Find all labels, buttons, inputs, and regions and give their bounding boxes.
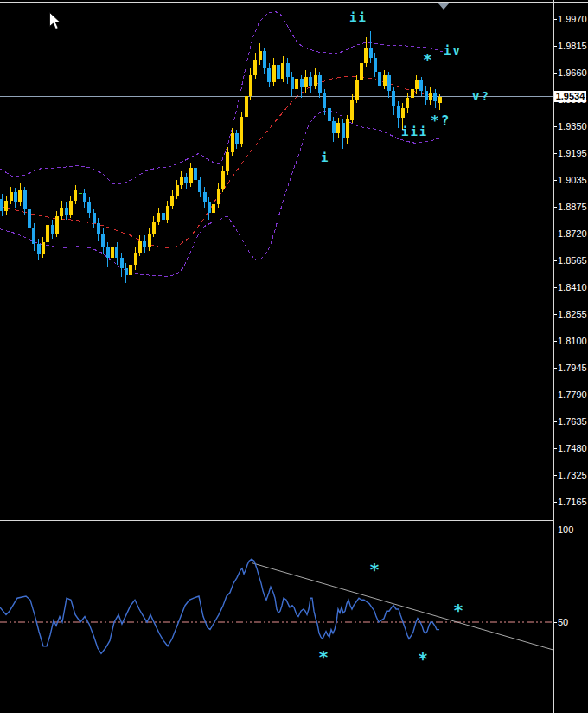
- candle: [55, 211, 59, 237]
- candle: [406, 93, 409, 113]
- price-axis-label: 1.7635: [558, 416, 587, 427]
- price-axis-label: 1.9970: [558, 14, 587, 24]
- chart-window: iiiv*v?*?iiii **** 1.99701.98151.96601.9…: [0, 0, 588, 713]
- candle: [157, 208, 160, 225]
- moving-average-line: [0, 77, 443, 248]
- candle: [51, 220, 54, 239]
- candle: [14, 188, 17, 208]
- candle: [259, 43, 262, 65]
- price-axis-label: 1.8875: [558, 202, 587, 212]
- candle: [115, 242, 118, 265]
- wave-label-[interactable]: *: [423, 50, 434, 68]
- wave-label-iii[interactable]: iii: [401, 125, 428, 138]
- panel-separator-bottom[interactable]: [0, 524, 553, 524]
- candle: [226, 147, 229, 175]
- candle: [83, 189, 86, 208]
- candle: [221, 166, 225, 192]
- candle: [253, 53, 257, 79]
- candle: [217, 183, 220, 208]
- wave-label-iv[interactable]: iv: [444, 43, 462, 57]
- candle: [332, 117, 336, 143]
- candle: [170, 190, 174, 209]
- candle: [162, 209, 165, 225]
- chart-shift-marker-icon[interactable]: [438, 3, 450, 10]
- candle: [364, 37, 368, 67]
- rsi-indicator-panel[interactable]: [0, 524, 553, 713]
- candle: [277, 60, 280, 84]
- candle: [10, 187, 13, 204]
- candle: [411, 84, 414, 103]
- candle: [46, 220, 49, 246]
- candle: [378, 67, 381, 93]
- candle: [350, 94, 354, 124]
- candle: [392, 87, 395, 115]
- wave-label-i[interactable]: i: [321, 151, 329, 164]
- price-axis-label: 1.7945: [558, 363, 587, 373]
- rsi-star-marker[interactable]: *: [369, 561, 380, 578]
- candle: [281, 56, 284, 82]
- candle: [360, 56, 363, 84]
- candle: [180, 171, 183, 189]
- candle: [32, 223, 35, 251]
- price-axis-border: [553, 0, 554, 713]
- candle: [0, 194, 3, 216]
- mouse-cursor-icon: [49, 12, 61, 30]
- price-axis-label: 1.8410: [558, 282, 587, 292]
- price-axis-label: 1.9350: [558, 121, 587, 132]
- price-axis-label: 1.9815: [558, 41, 587, 51]
- rsi-star-marker[interactable]: *: [453, 601, 463, 619]
- panel-separator-top[interactable]: [0, 520, 553, 521]
- candle: [286, 58, 290, 84]
- candle: [267, 63, 271, 87]
- candle: [397, 101, 400, 129]
- candle: [138, 235, 142, 256]
- candle: [189, 163, 193, 187]
- candle: [318, 72, 322, 98]
- wave-label-[interactable]: *?: [431, 112, 451, 129]
- candle: [245, 89, 248, 120]
- rsi-star-marker[interactable]: *: [318, 648, 329, 665]
- candle: [194, 164, 197, 185]
- candle: [342, 119, 345, 149]
- candle: [42, 237, 45, 258]
- candle: [60, 201, 63, 220]
- rsi-star-marker[interactable]: *: [418, 650, 428, 667]
- candle: [101, 228, 105, 254]
- candle: [383, 70, 387, 89]
- price-axis-label: 1.7165: [558, 497, 587, 507]
- candle: [425, 86, 428, 105]
- candle: [18, 183, 22, 206]
- candle: [143, 235, 146, 253]
- wave-label-ii[interactable]: ii: [349, 10, 368, 24]
- candle: [336, 118, 340, 138]
- rsi-trendline[interactable]: [252, 563, 553, 651]
- current-price-box: 1.9534: [554, 91, 586, 102]
- price-axis-label: 1.8720: [558, 228, 587, 239]
- price-axis-label: 1.9195: [558, 148, 587, 158]
- candle: [69, 196, 73, 218]
- candle: [208, 197, 211, 220]
- candle: [374, 53, 377, 77]
- candle: [263, 48, 266, 74]
- candle: [309, 72, 312, 93]
- indicator-axis-label: 100: [558, 524, 573, 535]
- candle: [415, 75, 419, 94]
- candle: [134, 247, 137, 270]
- candle: [184, 173, 188, 189]
- price-axis-label: 1.8565: [558, 255, 587, 266]
- price-axis-label: 1.9035: [558, 175, 587, 185]
- candle: [166, 201, 169, 223]
- candle: [272, 58, 276, 86]
- price-axis-label: 1.7790: [558, 389, 587, 400]
- candle: [97, 218, 100, 241]
- main-price-chart[interactable]: [0, 0, 553, 520]
- candle: [249, 68, 252, 100]
- wave-label-v[interactable]: v?: [472, 89, 490, 103]
- bollinger-upper-band: [0, 11, 443, 183]
- candle: [300, 75, 304, 98]
- price-axis-label: 1.7480: [558, 443, 587, 453]
- candle: [433, 89, 437, 108]
- candle: [176, 180, 179, 199]
- candle: [23, 187, 27, 215]
- candle: [4, 196, 8, 215]
